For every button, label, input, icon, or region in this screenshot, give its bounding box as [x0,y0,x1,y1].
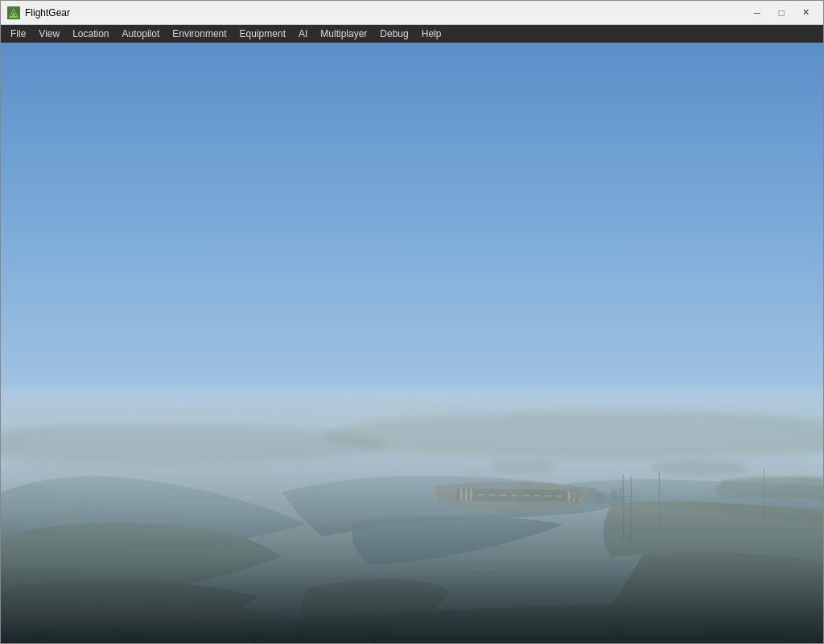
window-controls: ─ □ ✕ [746,4,817,22]
menu-multiplayer[interactable]: Multiplayer [314,27,373,41]
menu-location[interactable]: Location [66,27,115,41]
menu-ai[interactable]: AI [292,27,314,41]
minimize-button[interactable]: ─ [746,4,768,22]
svg-rect-3 [12,13,15,18]
restore-button[interactable]: □ [770,4,793,22]
menu-equipment[interactable]: Equipment [233,27,292,41]
menu-autopilot[interactable]: Autopilot [116,27,167,41]
close-button[interactable]: ✕ [794,4,817,22]
main-window: FlightGear ─ □ ✕ File View Location Auto… [0,0,824,644]
title-bar: FlightGear ─ □ ✕ [1,1,823,25]
menu-environment[interactable]: Environment [166,27,233,41]
title-bar-left: FlightGear [7,6,70,19]
menu-view[interactable]: View [32,27,66,41]
menu-bar: File View Location Autopilot Environment… [1,25,823,43]
menu-help[interactable]: Help [415,27,448,41]
menu-debug[interactable]: Debug [373,27,414,41]
app-icon [7,6,20,19]
3d-viewport[interactable] [1,43,823,643]
window-title: FlightGear [25,7,70,19]
fog-overlay [1,43,823,643]
menu-file[interactable]: File [4,27,32,41]
